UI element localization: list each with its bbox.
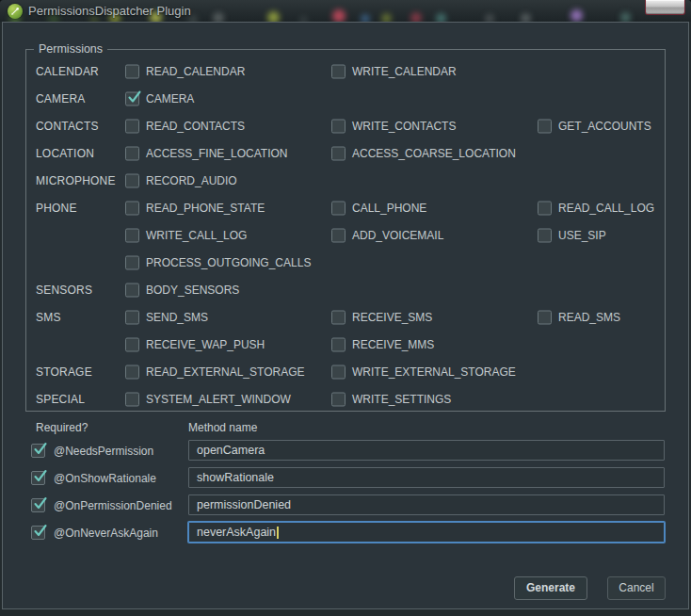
checkbox-unchecked[interactable] bbox=[331, 228, 346, 242]
checkbox-unchecked[interactable] bbox=[331, 146, 346, 160]
permission-row: CONTACTSREAD_CONTACTSWRITE_CONTACTSGET_A… bbox=[26, 112, 665, 139]
annotation-label: @OnShowRationale bbox=[54, 472, 156, 485]
checkbox-checked[interactable] bbox=[31, 526, 45, 540]
permission-checkbox-item[interactable]: WRITE_CONTACTS bbox=[331, 119, 456, 133]
permission-row: LOCATIONACCESS_FINE_LOCATIONACCESS_COARS… bbox=[26, 139, 665, 167]
checkbox-unchecked[interactable] bbox=[125, 392, 139, 406]
glass-blur-blob bbox=[521, 13, 531, 23]
check-mark-icon bbox=[126, 89, 142, 105]
permission-label: RECORD_AUDIO bbox=[146, 174, 237, 187]
checkbox-checked[interactable] bbox=[125, 91, 139, 105]
glass-blur-blob bbox=[361, 14, 370, 22]
glass-blur-blob bbox=[485, 14, 494, 22]
permission-label: READ_CALL_LOG bbox=[558, 202, 654, 215]
annotation-row: @OnPermissionDeniedpermissionDenied bbox=[0, 492, 691, 519]
checkbox-unchecked[interactable] bbox=[125, 283, 139, 297]
permission-checkbox-item[interactable]: GET_ACCOUNTS bbox=[538, 119, 651, 133]
permission-label: READ_EXTERNAL_STORAGE bbox=[146, 365, 305, 379]
glass-blur-blob bbox=[332, 9, 346, 22]
permission-label: WRITE_CONTACTS bbox=[352, 120, 456, 133]
close-icon[interactable] bbox=[645, 0, 685, 15]
checkbox-unchecked[interactable] bbox=[331, 119, 346, 133]
permission-label: PROCESS_OUTGOING_CALLS bbox=[146, 256, 311, 269]
checkbox-unchecked[interactable] bbox=[125, 310, 139, 324]
required-column-header: Required? bbox=[36, 421, 88, 434]
checkbox-unchecked[interactable] bbox=[331, 337, 346, 351]
permission-checkbox-item[interactable]: READ_SMS bbox=[538, 310, 620, 324]
permission-checkbox-item[interactable]: RECEIVE_SMS bbox=[331, 310, 432, 324]
permission-category-label: CAMERA bbox=[36, 92, 86, 105]
permission-checkbox-item[interactable]: WRITE_EXTERNAL_STORAGE bbox=[331, 365, 516, 379]
annotation-row: @OnNeverAskAgainneverAskAgain bbox=[0, 519, 691, 546]
permission-checkbox-item[interactable]: READ_EXTERNAL_STORAGE bbox=[125, 365, 305, 379]
permission-label: READ_PHONE_STATE bbox=[146, 202, 265, 215]
checkbox-unchecked[interactable] bbox=[331, 310, 346, 324]
checkbox-unchecked[interactable] bbox=[125, 365, 139, 379]
method-name-input[interactable]: openCamera bbox=[188, 440, 665, 461]
glass-blur-blob bbox=[267, 11, 280, 23]
method-name-input[interactable]: permissionDenied bbox=[188, 494, 665, 515]
checkbox-unchecked[interactable] bbox=[125, 146, 139, 160]
generate-button[interactable]: Generate bbox=[514, 576, 587, 600]
permission-label: ACCESS_COARSE_LOCATION bbox=[352, 147, 516, 160]
permission-checkbox-item[interactable]: RECORD_AUDIO bbox=[125, 173, 237, 187]
checkbox-unchecked[interactable] bbox=[125, 337, 139, 351]
permission-checkbox-item[interactable]: BODY_SENSORS bbox=[125, 283, 239, 297]
method-name-input[interactable]: showRationale bbox=[188, 467, 665, 488]
checkbox-unchecked[interactable] bbox=[538, 310, 552, 324]
annotation-label: @OnNeverAskAgain bbox=[54, 527, 158, 540]
permission-checkbox-item[interactable]: PROCESS_OUTGOING_CALLS bbox=[125, 255, 311, 269]
permission-checkbox-item[interactable]: CALL_PHONE bbox=[331, 201, 426, 215]
checkbox-unchecked[interactable] bbox=[125, 228, 139, 242]
checkbox-unchecked[interactable] bbox=[538, 201, 552, 215]
permission-category-label: SMS bbox=[36, 311, 61, 324]
permission-label: RECEIVE_SMS bbox=[352, 311, 432, 324]
permission-checkbox-item[interactable]: RECEIVE_WAP_PUSH bbox=[125, 337, 265, 351]
permission-label: READ_SMS bbox=[558, 311, 620, 324]
checkbox-unchecked[interactable] bbox=[125, 255, 139, 269]
checkbox-unchecked[interactable] bbox=[125, 119, 139, 133]
checkbox-unchecked[interactable] bbox=[538, 228, 552, 242]
permissions-groupbox: Permissions CALENDARREAD_CALENDARWRITE_C… bbox=[25, 49, 666, 412]
checkbox-unchecked[interactable] bbox=[331, 64, 346, 78]
checkbox-unchecked[interactable] bbox=[125, 173, 139, 187]
permission-checkbox-item[interactable]: READ_CALL_LOG bbox=[538, 201, 654, 215]
checkbox-unchecked[interactable] bbox=[331, 392, 346, 406]
permission-label: RECEIVE_WAP_PUSH bbox=[146, 338, 265, 351]
glass-blur-blob bbox=[570, 9, 583, 22]
permission-checkbox-item[interactable]: USE_SIP bbox=[538, 228, 606, 242]
permission-category-label: MICROPHONE bbox=[36, 174, 116, 187]
checkbox-unchecked[interactable] bbox=[538, 119, 552, 133]
permission-category-label: STORAGE bbox=[36, 365, 92, 379]
permission-checkbox-item[interactable]: WRITE_CALL_LOG bbox=[125, 228, 247, 242]
permission-label: WRITE_SETTINGS bbox=[352, 393, 451, 406]
permission-label: ADD_VOICEMAIL bbox=[352, 229, 443, 242]
title-bar[interactable]: PermissionsDispatcher Plugin bbox=[0, 0, 691, 22]
permission-row: PHONEREAD_PHONE_STATECALL_PHONEREAD_CALL… bbox=[26, 194, 665, 221]
checkbox-unchecked[interactable] bbox=[125, 64, 139, 78]
checkbox-unchecked[interactable] bbox=[331, 365, 346, 379]
permission-checkbox-item[interactable]: ACCESS_FINE_LOCATION bbox=[125, 146, 287, 160]
checkbox-checked[interactable] bbox=[31, 498, 45, 512]
permission-checkbox-item[interactable]: ACCESS_COARSE_LOCATION bbox=[331, 146, 516, 160]
checkbox-checked[interactable] bbox=[31, 444, 45, 458]
glass-blur-blob bbox=[410, 12, 422, 22]
permission-checkbox-item[interactable]: ADD_VOICEMAIL bbox=[331, 228, 443, 242]
permission-checkbox-item[interactable]: READ_CONTACTS bbox=[125, 119, 245, 133]
checkbox-checked[interactable] bbox=[31, 471, 45, 485]
checkbox-unchecked[interactable] bbox=[331, 201, 346, 215]
permission-row: PROCESS_OUTGOING_CALLS bbox=[26, 249, 665, 276]
checkbox-unchecked[interactable] bbox=[125, 201, 139, 215]
permission-checkbox-item[interactable]: READ_CALENDAR bbox=[125, 64, 245, 78]
permission-checkbox-item[interactable]: READ_PHONE_STATE bbox=[125, 201, 265, 215]
method-name-input[interactable]: neverAskAgain bbox=[188, 522, 665, 543]
permission-checkbox-item[interactable]: WRITE_SETTINGS bbox=[331, 392, 451, 406]
permission-checkbox-item[interactable]: SEND_SMS bbox=[125, 310, 208, 324]
permission-checkbox-item[interactable]: CAMERA bbox=[125, 91, 194, 105]
permission-checkbox-item[interactable]: RECEIVE_MMS bbox=[331, 337, 434, 351]
permission-row: CAMERACAMERA bbox=[26, 85, 665, 112]
permission-label: SYSTEM_ALERT_WINDOW bbox=[146, 393, 291, 406]
cancel-button[interactable]: Cancel bbox=[607, 576, 666, 600]
permission-checkbox-item[interactable]: SYSTEM_ALERT_WINDOW bbox=[125, 392, 291, 406]
permission-checkbox-item[interactable]: WRITE_CALENDAR bbox=[331, 64, 457, 78]
